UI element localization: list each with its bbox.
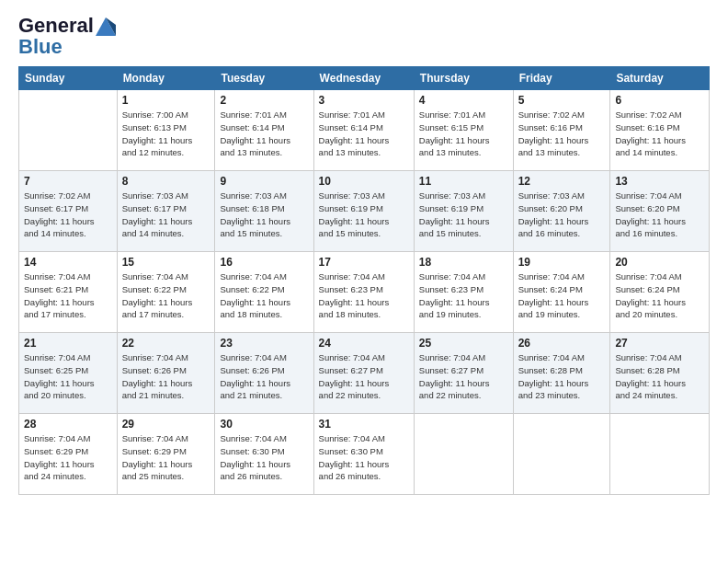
day-cell: 7Sunrise: 7:02 AMSunset: 6:17 PMDaylight… bbox=[19, 171, 118, 252]
day-info: Sunrise: 7:01 AMSunset: 6:14 PMDaylight:… bbox=[319, 109, 409, 159]
day-cell: 5Sunrise: 7:02 AMSunset: 6:16 PMDaylight… bbox=[513, 90, 610, 171]
day-info: Sunrise: 7:04 AMSunset: 6:28 PMDaylight:… bbox=[518, 351, 606, 402]
day-number: 5 bbox=[518, 94, 606, 107]
day-info: Sunrise: 7:04 AMSunset: 6:29 PMDaylight:… bbox=[122, 432, 210, 483]
day-info: Sunrise: 7:03 AMSunset: 6:17 PMDaylight:… bbox=[122, 190, 210, 240]
col-header-wednesday: Wednesday bbox=[313, 67, 414, 90]
day-number: 10 bbox=[319, 175, 409, 188]
day-info: Sunrise: 7:04 AMSunset: 6:29 PMDaylight:… bbox=[24, 432, 112, 483]
day-cell: 9Sunrise: 7:03 AMSunset: 6:18 PMDaylight… bbox=[215, 171, 313, 252]
day-cell bbox=[610, 414, 710, 495]
day-info: Sunrise: 7:01 AMSunset: 6:14 PMDaylight:… bbox=[220, 109, 308, 159]
day-cell: 17Sunrise: 7:04 AMSunset: 6:23 PMDayligh… bbox=[313, 252, 414, 333]
day-cell: 14Sunrise: 7:04 AMSunset: 6:21 PMDayligh… bbox=[19, 252, 118, 333]
day-info: Sunrise: 7:04 AMSunset: 6:22 PMDaylight:… bbox=[122, 270, 210, 321]
day-cell: 6Sunrise: 7:02 AMSunset: 6:16 PMDaylight… bbox=[610, 90, 710, 171]
week-row-2: 7Sunrise: 7:02 AMSunset: 6:17 PMDaylight… bbox=[19, 171, 710, 252]
day-cell: 15Sunrise: 7:04 AMSunset: 6:22 PMDayligh… bbox=[117, 252, 215, 333]
day-cell: 29Sunrise: 7:04 AMSunset: 6:29 PMDayligh… bbox=[117, 414, 215, 495]
day-number: 4 bbox=[419, 94, 508, 107]
day-cell: 21Sunrise: 7:04 AMSunset: 6:25 PMDayligh… bbox=[19, 333, 118, 414]
day-cell: 8Sunrise: 7:03 AMSunset: 6:17 PMDaylight… bbox=[117, 171, 215, 252]
day-number: 12 bbox=[518, 175, 606, 188]
day-info: Sunrise: 7:04 AMSunset: 6:24 PMDaylight:… bbox=[518, 270, 606, 321]
day-number: 16 bbox=[220, 256, 308, 269]
day-cell: 3Sunrise: 7:01 AMSunset: 6:14 PMDaylight… bbox=[313, 90, 414, 171]
col-header-friday: Friday bbox=[513, 67, 610, 90]
day-info: Sunrise: 7:04 AMSunset: 6:30 PMDaylight:… bbox=[319, 432, 409, 483]
day-cell: 12Sunrise: 7:03 AMSunset: 6:20 PMDayligh… bbox=[513, 171, 610, 252]
day-info: Sunrise: 7:02 AMSunset: 6:16 PMDaylight:… bbox=[615, 109, 704, 159]
day-cell bbox=[513, 414, 610, 495]
day-info: Sunrise: 7:04 AMSunset: 6:25 PMDaylight:… bbox=[24, 351, 112, 402]
day-cell: 1Sunrise: 7:00 AMSunset: 6:13 PMDaylight… bbox=[117, 90, 215, 171]
day-number: 28 bbox=[24, 418, 112, 431]
day-number: 11 bbox=[419, 175, 508, 188]
day-cell bbox=[414, 414, 513, 495]
day-number: 9 bbox=[220, 175, 308, 188]
logo-general: General bbox=[18, 14, 94, 37]
day-number: 2 bbox=[220, 94, 308, 107]
day-cell: 16Sunrise: 7:04 AMSunset: 6:22 PMDayligh… bbox=[215, 252, 313, 333]
week-row-3: 14Sunrise: 7:04 AMSunset: 6:21 PMDayligh… bbox=[19, 252, 710, 333]
day-cell: 4Sunrise: 7:01 AMSunset: 6:15 PMDaylight… bbox=[414, 90, 513, 171]
day-info: Sunrise: 7:04 AMSunset: 6:23 PMDaylight:… bbox=[419, 270, 508, 321]
day-number: 19 bbox=[518, 256, 606, 269]
week-row-4: 21Sunrise: 7:04 AMSunset: 6:25 PMDayligh… bbox=[19, 333, 710, 414]
day-number: 31 bbox=[319, 418, 409, 431]
day-number: 23 bbox=[220, 337, 308, 350]
day-info: Sunrise: 7:04 AMSunset: 6:21 PMDaylight:… bbox=[24, 270, 112, 321]
day-number: 1 bbox=[122, 94, 210, 107]
day-number: 26 bbox=[518, 337, 606, 350]
header: General Blue bbox=[18, 15, 710, 57]
day-info: Sunrise: 7:04 AMSunset: 6:20 PMDaylight:… bbox=[615, 190, 704, 240]
day-cell bbox=[19, 90, 118, 171]
day-cell: 30Sunrise: 7:04 AMSunset: 6:30 PMDayligh… bbox=[215, 414, 313, 495]
day-number: 17 bbox=[319, 256, 409, 269]
day-cell: 28Sunrise: 7:04 AMSunset: 6:29 PMDayligh… bbox=[19, 414, 118, 495]
day-number: 18 bbox=[419, 256, 508, 269]
week-row-5: 28Sunrise: 7:04 AMSunset: 6:29 PMDayligh… bbox=[19, 414, 710, 495]
week-row-1: 1Sunrise: 7:00 AMSunset: 6:13 PMDaylight… bbox=[19, 90, 710, 171]
day-info: Sunrise: 7:04 AMSunset: 6:26 PMDaylight:… bbox=[122, 351, 210, 402]
day-cell: 25Sunrise: 7:04 AMSunset: 6:27 PMDayligh… bbox=[414, 333, 513, 414]
logo: General Blue bbox=[18, 15, 116, 57]
day-number: 8 bbox=[122, 175, 210, 188]
day-number: 21 bbox=[24, 337, 112, 350]
day-cell: 10Sunrise: 7:03 AMSunset: 6:19 PMDayligh… bbox=[313, 171, 414, 252]
day-cell: 11Sunrise: 7:03 AMSunset: 6:19 PMDayligh… bbox=[414, 171, 513, 252]
day-info: Sunrise: 7:01 AMSunset: 6:15 PMDaylight:… bbox=[419, 109, 508, 159]
day-number: 25 bbox=[419, 337, 508, 350]
day-cell: 31Sunrise: 7:04 AMSunset: 6:30 PMDayligh… bbox=[313, 414, 414, 495]
col-header-tuesday: Tuesday bbox=[215, 67, 313, 90]
day-number: 13 bbox=[615, 175, 704, 188]
day-cell: 2Sunrise: 7:01 AMSunset: 6:14 PMDaylight… bbox=[215, 90, 313, 171]
day-cell: 13Sunrise: 7:04 AMSunset: 6:20 PMDayligh… bbox=[610, 171, 710, 252]
page: General Blue SundayMondayTuesdayWednesda… bbox=[0, 0, 728, 504]
day-number: 24 bbox=[319, 337, 409, 350]
day-info: Sunrise: 7:03 AMSunset: 6:20 PMDaylight:… bbox=[518, 190, 606, 240]
day-number: 22 bbox=[122, 337, 210, 350]
day-info: Sunrise: 7:04 AMSunset: 6:23 PMDaylight:… bbox=[319, 270, 409, 321]
day-number: 27 bbox=[615, 337, 704, 350]
day-number: 30 bbox=[220, 418, 308, 431]
day-info: Sunrise: 7:04 AMSunset: 6:30 PMDaylight:… bbox=[220, 432, 308, 483]
day-cell: 20Sunrise: 7:04 AMSunset: 6:24 PMDayligh… bbox=[610, 252, 710, 333]
day-info: Sunrise: 7:02 AMSunset: 6:16 PMDaylight:… bbox=[518, 109, 606, 159]
day-number: 3 bbox=[319, 94, 409, 107]
day-cell: 18Sunrise: 7:04 AMSunset: 6:23 PMDayligh… bbox=[414, 252, 513, 333]
day-number: 20 bbox=[615, 256, 704, 269]
day-info: Sunrise: 7:03 AMSunset: 6:18 PMDaylight:… bbox=[220, 190, 308, 240]
day-number: 7 bbox=[24, 175, 112, 188]
day-info: Sunrise: 7:04 AMSunset: 6:27 PMDaylight:… bbox=[319, 351, 409, 402]
calendar-table: SundayMondayTuesdayWednesdayThursdayFrid… bbox=[18, 66, 710, 495]
day-info: Sunrise: 7:04 AMSunset: 6:28 PMDaylight:… bbox=[615, 351, 704, 402]
day-info: Sunrise: 7:03 AMSunset: 6:19 PMDaylight:… bbox=[319, 190, 409, 240]
col-header-thursday: Thursday bbox=[414, 67, 513, 90]
day-cell: 22Sunrise: 7:04 AMSunset: 6:26 PMDayligh… bbox=[117, 333, 215, 414]
day-info: Sunrise: 7:03 AMSunset: 6:19 PMDaylight:… bbox=[419, 190, 508, 240]
logo-blue: Blue bbox=[18, 37, 116, 57]
logo-icon bbox=[96, 17, 116, 36]
day-number: 15 bbox=[122, 256, 210, 269]
header-row: SundayMondayTuesdayWednesdayThursdayFrid… bbox=[19, 67, 710, 90]
